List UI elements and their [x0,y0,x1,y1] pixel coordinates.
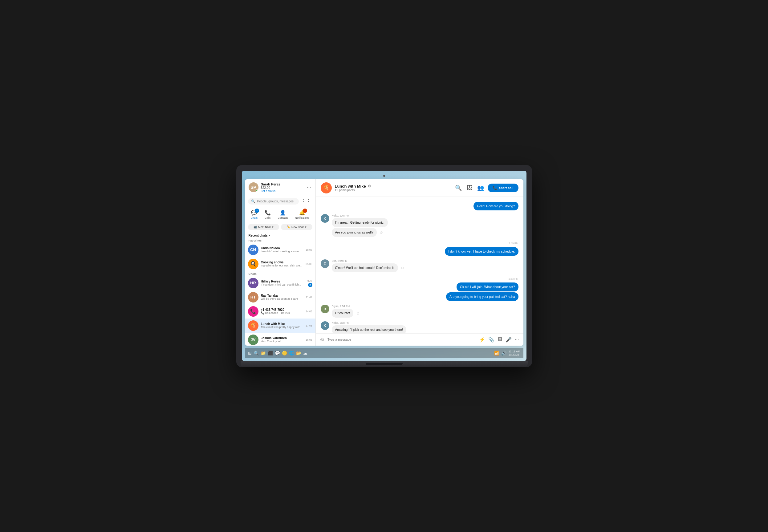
sidebar-header: SP Sarah Perez $22,00 Set a status ··· [245,179,315,195]
emoji-picker-button[interactable]: ☺ [319,336,325,343]
skype-app: SP Sarah Perez $22,00 Set a status ··· [245,179,523,346]
image-button[interactable]: 🖼 [497,336,503,343]
chat-time-ray: 11:44 [306,296,312,299]
chat-meta-hillary: Now 3 [307,279,312,287]
chat-preview-cooking: Ingredients for our next dish are... [261,264,303,267]
gallery-button[interactable]: 🖼 [465,183,473,192]
taskbar-search-icon[interactable]: 🔍 [254,351,259,355]
chat-item-ray[interactable]: RT Ray Tanaka Will be there as soon as I… [245,290,315,304]
user-status[interactable]: Set a status [261,189,280,193]
taskbar-files2-icon[interactable]: 📂 [296,351,301,355]
chats-badge: 3 [255,209,259,213]
taskbar-store-icon[interactable]: ⬛ [268,351,273,355]
search-input-wrap: 🔍 [248,198,299,205]
tab-chats[interactable]: 💬 3 Chats [249,209,259,221]
avatar-bryan: B [321,305,329,313]
sent-bubbles-1: Hello! How are you doing? [473,202,518,211]
chat-avatar-joshua: JV [248,335,258,345]
chat-header-name: Lunch with Mike ⚙ [335,184,451,189]
recent-chats-chevron: ▾ [269,234,270,237]
chat-item-joshua[interactable]: JV Joshua VanBuren You: Thank you! 16.03 [245,333,315,346]
chat-item-lunch-with-mike[interactable]: 🍕 Lunch with Mike The client was pretty … [245,319,315,333]
new-chat-icon: ✏️ [287,225,290,229]
taskbar-edge-icon[interactable]: 🌐 [289,351,294,355]
message-row-eric: E Eric, 2:49 PM C'mon! We'll eat hot tam… [321,259,518,272]
meet-now-button[interactable]: 📹 Meet Now ▾ [248,224,279,230]
call-icon: 📞 [493,186,497,190]
message-row-keiko2: K Keiko, 2:58 PM Amazing! I'll pick up t… [321,321,518,333]
chat-avatar-phone: 📞 [248,306,258,317]
start-call-label: Start call [499,186,513,190]
chat-item-chris-naidoo[interactable]: CN Chris Naidoo I wouldn't mind meeting … [245,243,315,257]
grid-view-button[interactable]: ⋮⋮ [300,198,312,205]
search-input[interactable] [257,200,296,203]
chats-label: Chats [251,216,258,219]
chat-content-phone: +1 415-748-7920 📞 Call ended - 1m 22s [261,308,303,315]
new-chat-button[interactable]: ✏️ New Chat ▾ [281,224,312,230]
search-icon: 🔍 [251,199,255,203]
chat-item-cooking-shows[interactable]: 🍳 Cooking shows Ingredients for our next… [245,257,315,271]
audio-button[interactable]: 🎤 [505,336,512,343]
msg-content-keiko1: Keiko, 2:48 PM I'm great!! Getting ready… [332,214,388,237]
status-dot [256,189,258,192]
calls-icon: 📞 [265,210,271,216]
start-call-button[interactable]: 📞 Start call [488,184,518,192]
user-credit: $22,00 [261,186,280,189]
more-options-button[interactable]: ··· [306,184,311,191]
avatar[interactable]: SP [249,182,258,192]
message-row-sent2: 2:49 PM I don't know, yet. I have to che… [321,241,518,256]
new-chat-label: New Chat [291,225,304,229]
send-button[interactable]: ⚡ [478,336,486,343]
taskbar-files-icon[interactable]: 📁 [261,351,266,355]
chat-meta-cooking: 05.03 [306,262,312,266]
taskbar-left: ⊞ 🔍 📁 ⬛ 💬 🟡 🌐 📂 ☁ [248,351,307,355]
react-button-eric[interactable]: ☺ [400,266,404,270]
chat-meta-ray: 11:44 [306,296,312,299]
settings-icon[interactable]: ⚙ [368,184,371,188]
attachment-button[interactable]: 📎 [488,336,495,343]
chat-time-joshua: 16.03 [306,338,312,341]
bubble-bryan: Of course! [332,309,353,318]
chat-name-phone: +1 415-748-7920 [261,308,303,311]
search-button[interactable]: 🔍 [454,183,463,193]
taskbar-datetime: 11:11 AM 10/20/21 [508,350,520,356]
taskbar-date: 10/20/21 [508,353,520,356]
taskbar-start-icon[interactable]: ⊞ [248,351,252,355]
react-button-keiko2[interactable]: ☺ [379,230,383,235]
contacts-icon: 👤 [280,210,286,216]
chat-header: 🍕 Lunch with Mike ⚙ 12 participants 🔍 🖼 [316,179,523,197]
calls-label: Calls [265,216,270,219]
chat-item-hillary[interactable]: HR Hillary Reyes If you don't mind can y… [245,276,315,290]
participants-button[interactable]: 👥 [476,183,485,193]
message-row-sent1: Hello! How are you doing? [321,202,518,211]
chat-item-phone[interactable]: 📞 +1 415-748-7920 📞 Call ended - 1m 22s … [245,304,315,319]
react-button-bryan[interactable]: ☺ [356,311,360,315]
chat-avatar-ray: RT [248,292,258,303]
taskbar-volume-icon[interactable]: 🔊 [501,351,506,355]
nav-tabs: 💬 3 Chats 📞 Calls 👤 Contacts [245,207,315,222]
timestamp-249: 2:49 PM [509,242,518,245]
tab-calls[interactable]: 📞 Calls [263,209,273,221]
bubble-sent2: I don't know, yet. I have to check my sc… [445,247,518,256]
message-input[interactable] [327,338,476,341]
tab-notifications[interactable]: 🔔 1 Notifications [293,209,311,221]
taskbar-chat-icon[interactable]: 💬 [275,351,280,355]
taskbar-skype-icon[interactable]: ☁ [303,351,307,355]
recent-chats-header[interactable]: Recent chats ▾ [245,232,315,238]
taskbar-time: 11:11 AM [508,350,520,353]
tab-contacts[interactable]: 👤 Contacts [276,209,290,221]
bubble-sent3a: Ok ok! I will join. What about your cat? [457,282,518,291]
bubble-sent1: Hello! How are you doing? [473,202,518,211]
sender-time-keiko2: Keiko, 2:58 PM [332,321,406,324]
action-buttons: 📹 Meet Now ▾ ✏️ New Chat ▾ [245,222,315,232]
taskbar-sticky-icon[interactable]: 🟡 [282,351,287,355]
more-input-button[interactable]: ··· [514,336,519,343]
input-actions: ⚡ 📎 🖼 🎤 ··· [478,336,519,343]
chat-content-chris: Chris Naidoo I wouldn't mind meeting soo… [261,246,303,253]
notifications-badge: 1 [303,209,307,213]
chat-content-joshua: Joshua VanBuren You: Thank you! [261,336,303,343]
msg-content-bryan: Bryan, 2:54 PM Of course! ☺ [332,305,360,318]
chat-participants: 12 participants [335,189,451,192]
header-actions: 🔍 🖼 👥 📞 Start call [454,183,518,193]
taskbar-wifi-icon[interactable]: 📶 [494,351,499,355]
